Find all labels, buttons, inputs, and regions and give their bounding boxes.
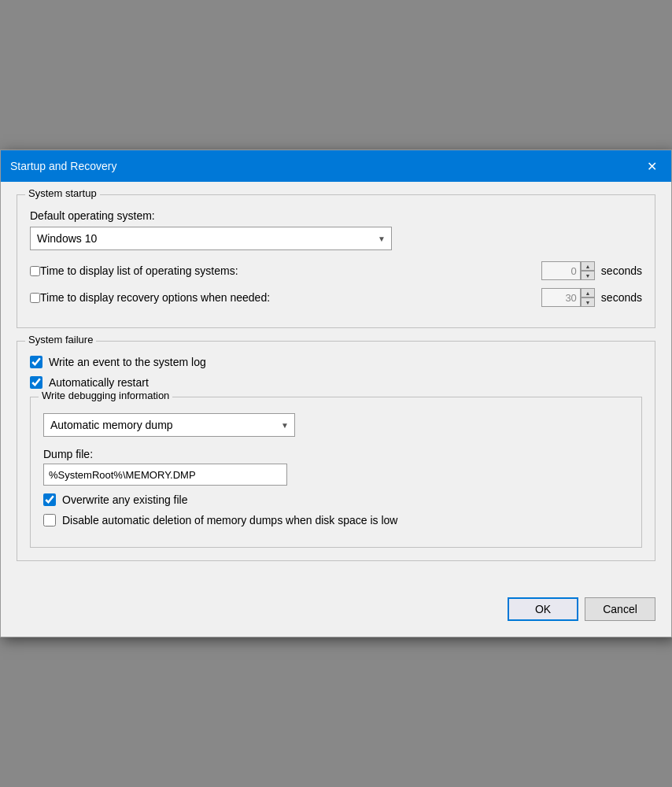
system-failure-label: System failure: [25, 334, 96, 345]
write-event-row: Write an event to the system log: [30, 356, 642, 368]
debugging-info-content: Automatic memory dump ▼ Dump file: Overw…: [43, 413, 629, 527]
disable-auto-checkbox[interactable]: [43, 514, 56, 527]
default-os-label: Default operating system:: [30, 209, 642, 222]
overwrite-row: Overwrite any existing file: [43, 493, 629, 506]
system-startup-content: Default operating system: Windows 10 ▼ T…: [30, 209, 642, 307]
ok-button[interactable]: OK: [508, 597, 578, 621]
display-list-input[interactable]: [541, 261, 581, 280]
dialog-title: Startup and Recovery: [10, 160, 116, 172]
system-startup-group: System startup Default operating system:…: [17, 194, 655, 328]
auto-restart-row: Automatically restart: [30, 376, 642, 389]
system-failure-content: Write an event to the system log Automat…: [30, 356, 642, 548]
cancel-button[interactable]: Cancel: [585, 597, 655, 621]
memory-dump-dropdown[interactable]: Automatic memory dump: [43, 413, 295, 437]
display-list-spinner: ▲ ▼: [541, 261, 595, 280]
dump-file-label: Dump file:: [43, 448, 629, 460]
system-failure-group: System failure Write an event to the sys…: [17, 341, 655, 561]
display-list-increment[interactable]: ▲: [581, 261, 595, 271]
debugging-info-label: Write debugging information: [39, 390, 172, 401]
display-recovery-spinner-buttons: ▲ ▼: [581, 288, 595, 307]
dialog-content: System startup Default operating system:…: [1, 182, 671, 589]
display-recovery-input[interactable]: [541, 288, 581, 307]
dialog-buttons: OK Cancel: [1, 589, 671, 637]
disable-auto-label: Disable automatic deletion of memory dum…: [62, 514, 397, 527]
auto-restart-checkbox[interactable]: [30, 376, 42, 389]
display-recovery-spinner: ▲ ▼: [541, 288, 595, 307]
display-list-label: Time to display list of operating system…: [40, 264, 238, 277]
write-event-label: Write an event to the system log: [49, 356, 206, 368]
default-os-container: Windows 10 ▼: [30, 227, 392, 250]
display-recovery-decrement[interactable]: ▼: [581, 297, 595, 307]
display-list-checkbox[interactable]: [30, 266, 40, 276]
overwrite-label: Overwrite any existing file: [62, 493, 188, 506]
auto-restart-label: Automatically restart: [49, 376, 149, 389]
display-list-row: Time to display list of operating system…: [30, 261, 642, 280]
write-event-checkbox[interactable]: [30, 356, 42, 368]
overwrite-checkbox[interactable]: [43, 493, 56, 506]
display-recovery-row: Time to display recovery options when ne…: [30, 288, 642, 307]
display-list-decrement[interactable]: ▼: [581, 271, 595, 280]
display-list-spinner-buttons: ▲ ▼: [581, 261, 595, 280]
startup-recovery-dialog: Startup and Recovery ✕ System startup De…: [0, 150, 672, 637]
display-recovery-unit: seconds: [601, 291, 642, 304]
default-os-dropdown[interactable]: Windows 10: [30, 227, 392, 250]
system-startup-label: System startup: [25, 187, 100, 199]
display-recovery-label: Time to display recovery options when ne…: [40, 291, 270, 304]
title-bar: Startup and Recovery ✕: [1, 150, 671, 182]
dump-file-input[interactable]: [43, 464, 287, 486]
display-recovery-checkbox[interactable]: [30, 293, 40, 303]
disable-auto-row: Disable automatic deletion of memory dum…: [43, 514, 629, 527]
display-list-unit: seconds: [601, 264, 642, 277]
memory-dump-container: Automatic memory dump ▼: [43, 413, 295, 437]
close-button[interactable]: ✕: [641, 156, 662, 176]
display-recovery-increment[interactable]: ▲: [581, 288, 595, 297]
debugging-info-group: Write debugging information Automatic me…: [30, 397, 642, 548]
